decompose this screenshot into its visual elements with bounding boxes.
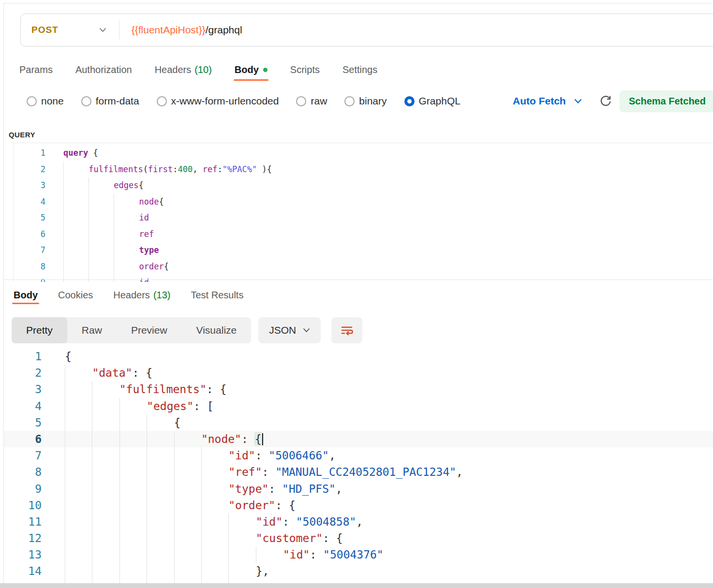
response-tab-cookies[interactable]: Cookies — [58, 290, 93, 301]
code-token: : [ — [193, 400, 214, 412]
view-tab-visualize[interactable]: Visualize — [182, 317, 252, 343]
view-tab-preview[interactable]: Preview — [117, 317, 182, 343]
refresh-schema-button[interactable] — [599, 94, 612, 110]
indent-guide — [147, 464, 174, 480]
line-number: 5 — [14, 210, 45, 226]
indent-guide — [119, 398, 147, 414]
indent-guide — [63, 275, 89, 282]
indent-guide — [119, 414, 147, 431]
indent-guide — [174, 563, 201, 579]
code-token: "id" — [283, 548, 310, 561]
request-tabs: ParamsAuthorizationHeaders(10)BodyScript… — [19, 60, 377, 79]
code-line: 7 type — [14, 242, 713, 259]
line-number: 2 — [14, 162, 45, 178]
code-token: "fulfilments" — [119, 383, 207, 396]
divider — [119, 21, 119, 39]
indent-guide — [174, 447, 201, 464]
line-number: 7 — [4, 447, 42, 464]
code-line: 4 node{ — [14, 194, 713, 210]
indent-guide — [65, 365, 92, 381]
request-tab-headers[interactable]: Headers(10) — [155, 64, 212, 75]
request-tab-scripts[interactable]: Scripts — [290, 64, 320, 75]
indent-guide — [89, 242, 114, 259]
code-line: 6 ref — [14, 226, 713, 243]
body-mode-x-www-form-urlencoded[interactable]: x-www-form-urlencoded — [157, 95, 279, 107]
graphql-query-editor[interactable]: 1query {2 fulfilments(first:400, ref:"%P… — [13, 143, 713, 282]
body-mode-raw[interactable]: raw — [296, 95, 327, 107]
code-line: 12 "customer": { — [4, 530, 713, 546]
request-tab-params[interactable]: Params — [19, 64, 53, 75]
code-line: 5 id — [14, 210, 713, 226]
indent-guide — [114, 242, 139, 259]
indent-guide — [92, 464, 119, 480]
indent-guide — [119, 464, 147, 480]
body-mode-none[interactable]: none — [27, 95, 64, 107]
code-text: edges{ — [63, 177, 144, 194]
indent-guide — [174, 431, 201, 447]
code-token: "node" — [201, 433, 241, 445]
indent-guide — [89, 177, 114, 194]
response-tab-body[interactable]: Body — [14, 290, 38, 301]
body-mode-form-data[interactable]: form-data — [81, 95, 139, 107]
radio-icon — [157, 96, 167, 106]
indent-guide — [65, 447, 92, 464]
url-input[interactable]: {{fluentApiHost}}/graphql — [132, 24, 242, 36]
auto-fetch-dropdown[interactable]: Auto Fetch — [513, 90, 582, 112]
code-token: : — [282, 515, 296, 528]
body-mode-label: none — [41, 95, 64, 107]
request-tab-settings[interactable]: Settings — [342, 64, 377, 75]
method-selector[interactable]: POST — [21, 25, 106, 35]
request-tab-authorization[interactable]: Authorization — [75, 64, 132, 75]
indent-guide — [63, 162, 89, 178]
response-tab-headers[interactable]: Headers(13) — [113, 290, 170, 301]
code-token: node — [139, 197, 159, 206]
body-mode-label: x-www-form-urlencoded — [171, 95, 279, 107]
code-text: id — [63, 275, 149, 282]
body-mode-binary[interactable]: binary — [344, 95, 386, 107]
indent-guide — [119, 546, 147, 563]
indent-guide — [201, 563, 228, 579]
indent-guide — [201, 546, 228, 563]
code-text: "id": "5006466", — [65, 447, 336, 464]
indent-guide — [63, 226, 89, 243]
code-token: "type" — [228, 483, 268, 495]
code-token: , — [193, 164, 202, 174]
indent-guide — [201, 514, 228, 530]
line-number: 13 — [4, 546, 42, 563]
line-number: 14 — [4, 563, 42, 579]
code-token: , — [456, 466, 463, 478]
indent-guide — [147, 447, 174, 464]
code-text: order{ — [63, 259, 169, 275]
code-token: { — [174, 416, 181, 429]
code-token: { — [88, 148, 98, 158]
code-text: "fulfilments": { — [65, 381, 226, 397]
code-line: 10 "order": { — [4, 497, 713, 514]
indent-guide — [114, 210, 139, 226]
code-line: 6 "node": { — [4, 431, 713, 447]
indent-guide — [174, 497, 201, 514]
code-line: 7 "id": "5006466", — [4, 447, 713, 464]
response-view-switcher: PrettyRawPreviewVisualize — [12, 317, 251, 343]
code-token: : { — [275, 499, 296, 512]
view-tab-pretty[interactable]: Pretty — [12, 317, 67, 343]
response-tab-test-results[interactable]: Test Results — [191, 290, 243, 301]
indent-guide — [92, 447, 119, 464]
line-number: 9 — [4, 481, 42, 497]
tab-label: Body — [14, 290, 38, 301]
line-number: 8 — [4, 464, 42, 480]
indent-guide — [119, 530, 147, 546]
body-mode-graphql[interactable]: GraphQL — [404, 95, 460, 107]
body-mode-label: raw — [311, 95, 327, 107]
chevron-down-icon — [574, 99, 582, 104]
line-number: 1 — [14, 145, 45, 162]
response-format-dropdown[interactable]: JSON — [258, 317, 321, 343]
request-tab-body[interactable]: Body — [235, 64, 267, 75]
response-body-viewer[interactable]: 1{2 "data": {3 "fulfilments": {4 "edges"… — [4, 346, 713, 588]
view-tab-raw[interactable]: Raw — [67, 317, 117, 343]
text-cursor — [262, 433, 263, 445]
indent-guide — [92, 481, 119, 497]
tab-count: (10) — [194, 64, 212, 75]
line-number: 11 — [4, 514, 42, 530]
wrap-lines-button[interactable] — [331, 317, 362, 343]
tab-count: (13) — [153, 290, 171, 301]
